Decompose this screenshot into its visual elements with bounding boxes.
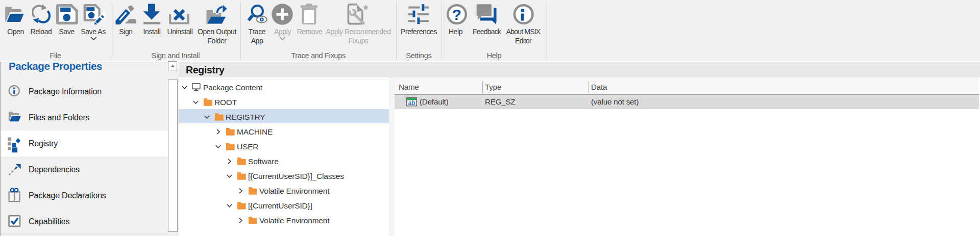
svg-text:?: ? [452, 6, 461, 23]
svg-text:ab: ab [408, 99, 415, 107]
